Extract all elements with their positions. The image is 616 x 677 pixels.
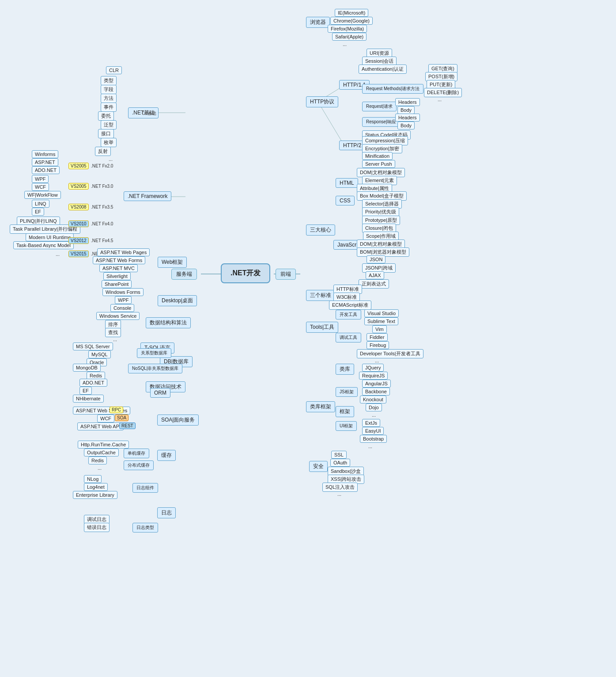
- vs2015-badge: VS2015: [68, 251, 89, 257]
- httpcache-node: Http.RunTime.Cache: [78, 441, 129, 449]
- ef-node: EF: [32, 208, 44, 216]
- minification-node: Minification: [362, 152, 393, 160]
- windows-service-node: Windows Service: [96, 312, 140, 320]
- wpf-node: WPF: [32, 175, 49, 183]
- aspnet-mvc-node: ASP.NET MVC: [99, 264, 138, 272]
- chrome-node: Chrome(Google): [330, 17, 373, 25]
- extjs-node: ExtJs: [362, 419, 380, 427]
- ajax-node: AJAX: [366, 271, 384, 279]
- log-type-node: 日志类型: [132, 523, 158, 532]
- vs2012-badge: VS2012: [68, 237, 89, 244]
- mssql-node: MS SQL Server: [73, 342, 113, 350]
- aspnet-webforms-node: ASP.NET Web Forms: [93, 256, 145, 264]
- redis2-node: Redis: [88, 456, 107, 464]
- fx30-node: .NET Fx3.0: [88, 183, 116, 190]
- headers-resp-node: Headers: [395, 114, 420, 122]
- error-log-node: 错误日志: [84, 523, 110, 532]
- framework-node: 框架: [336, 406, 354, 417]
- browser-node: 浏览器: [306, 17, 330, 28]
- vs2005-badge: VS2005: [68, 163, 89, 169]
- aspnet-webpages-node: ASP.NET Web Pages: [97, 248, 150, 256]
- reflection-node: 反射: [95, 147, 111, 156]
- rpc-badge: RPC: [110, 407, 123, 413]
- center-node: .NET开发: [221, 263, 270, 283]
- lib-node: 类库: [336, 364, 354, 375]
- winforms2-node: Windows Forms: [102, 288, 144, 296]
- dotdotdot-jsfw: ...: [369, 411, 378, 418]
- jquery-node: JQuery: [362, 364, 384, 372]
- frontend-node: 前端: [276, 269, 296, 280]
- dev-tools-node: 开发工具: [336, 310, 361, 319]
- sharepoint-node: SharePoint: [102, 280, 132, 288]
- event-node: 事件: [101, 103, 117, 112]
- enterprise-lib-node: Enterprise Library: [73, 491, 117, 499]
- linq-node: LINQ: [32, 200, 49, 208]
- enum-node: 枚举: [101, 138, 117, 147]
- vs2005-badge2: VS2005: [68, 183, 89, 190]
- fiddler-node: Fiddler: [367, 333, 388, 341]
- adonet2-node: ADO.NET: [79, 379, 107, 387]
- wpf2-node: WPF: [115, 296, 132, 304]
- soa-node: SOA|面向服务: [157, 415, 199, 426]
- oauth-node: OAuth: [330, 459, 350, 467]
- mongodb-node: MongoDB: [73, 364, 101, 372]
- ef2-node: EF: [79, 387, 92, 395]
- fx20-node: .NET Fx2.0: [88, 163, 116, 169]
- body-resp-node: Body: [397, 122, 415, 129]
- web-framework-node: Web框架: [158, 257, 187, 268]
- dotdotdot-cache: ...: [95, 464, 104, 472]
- dojo-node: Dojo: [366, 403, 382, 411]
- data-structure-node: 数据结构和算法: [146, 317, 191, 328]
- safari-node: Safari(Apple): [332, 33, 367, 41]
- headers-req-node: Headers: [395, 98, 420, 106]
- ecma-node: ECMAScript标准: [329, 300, 371, 310]
- knockout-node: Knockout: [360, 396, 386, 403]
- log-node: 日志: [157, 507, 176, 518]
- request-methods-node: Request Methods|请求方法: [362, 84, 423, 94]
- sublime-node: Sublime Text: [364, 317, 398, 325]
- svg-line-6: [318, 102, 344, 146]
- json-node: JSON: [367, 255, 385, 263]
- wcf2-node: WCF: [97, 415, 114, 422]
- vim-node: Vim: [372, 325, 387, 333]
- dotdotdot-fw: ...: [53, 251, 62, 258]
- ssl-node: SSL: [331, 451, 347, 459]
- console-node: Console: [110, 304, 134, 312]
- visual-studio-node: Visual Studio: [364, 309, 399, 317]
- dotdotdot-browser: ...: [340, 41, 349, 48]
- dist-cache-label: 分布式缓存: [124, 460, 154, 470]
- fx45-node: .NET Fx4.5: [88, 237, 116, 244]
- tools-node: Tools|工具: [306, 322, 338, 333]
- orm-node: ORM: [150, 388, 170, 398]
- http-node: HTTP协议: [306, 96, 338, 107]
- priority-node: Priority|优先级: [362, 207, 399, 217]
- winforms-node: Winforms: [32, 150, 58, 158]
- js-framework-node: JS框架: [336, 387, 358, 397]
- debug-tools-node: 调试工具: [336, 333, 361, 342]
- task-async-node: Task-Based Async Model: [13, 241, 74, 249]
- server-push-node: Server Push: [362, 160, 395, 168]
- nosql-db-node: NoSQL|非关系型数据库: [128, 364, 182, 373]
- log4net-node: Log4net: [84, 483, 108, 491]
- dotdotdot-base: ...: [106, 156, 115, 163]
- requirejs-node: RequireJS: [359, 372, 388, 380]
- firebug-node: Firebug: [367, 341, 389, 349]
- nhibernate-node: NHibernate: [73, 395, 104, 403]
- relational-db-node: 关系型数据库: [137, 348, 171, 358]
- aspnet-webapi-node: ASP.NET Web API: [77, 422, 124, 430]
- silverlight-node: Silverlight: [103, 272, 131, 280]
- security-node: 安全: [309, 461, 328, 472]
- generic-node: 泛型: [101, 120, 117, 129]
- desktop-node: Desktop|桌面: [158, 295, 197, 306]
- css-node: CSS: [336, 196, 355, 205]
- body-req-node: Body: [397, 106, 415, 114]
- vs2010-badge: VS2010: [68, 221, 89, 227]
- csharp-base-label: C#基础: [139, 110, 159, 118]
- angularjs-node: AngularJS: [362, 380, 391, 388]
- rest-badge: REST: [119, 422, 136, 429]
- wf-workflow-node: WF|WorkFlow: [24, 191, 61, 199]
- field-node: 字段: [101, 85, 117, 94]
- clr-node: CLR: [106, 66, 122, 74]
- ie-node: IE(Microsoft): [335, 9, 368, 17]
- type-node: 类型: [101, 76, 117, 85]
